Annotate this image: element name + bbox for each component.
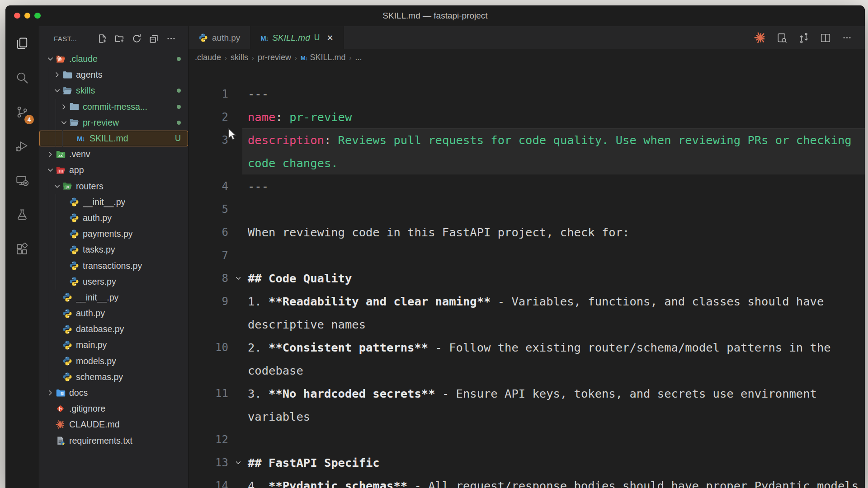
compare-changes-button[interactable] bbox=[797, 32, 810, 44]
tab-close-icon[interactable]: ✕ bbox=[326, 33, 333, 43]
indent-guide bbox=[46, 353, 52, 369]
refresh-button[interactable] bbox=[131, 33, 142, 44]
breadcrumb-item-skill-md[interactable]: M↓SKILL.md bbox=[301, 53, 345, 62]
breadcrumb-label: pr-review bbox=[258, 53, 291, 62]
explorer-actions bbox=[97, 33, 176, 44]
code-line-wrap[interactable]: codebase bbox=[189, 359, 865, 382]
tree-item--init-py[interactable]: __init__.py bbox=[39, 290, 188, 305]
indent-guide bbox=[46, 337, 52, 353]
chevron-down-icon[interactable] bbox=[46, 55, 55, 63]
tree-item-label: SKILL.md bbox=[90, 133, 128, 144]
code-line-wrap[interactable]: variables bbox=[189, 405, 865, 428]
tree-item-tasks-py[interactable]: tasks.py bbox=[39, 242, 188, 258]
line-number: 11 bbox=[189, 387, 228, 400]
code-line-6[interactable]: 6When reviewing code in this FastAPI pro… bbox=[189, 221, 865, 244]
tree-item-database-py[interactable]: database.py bbox=[39, 321, 188, 337]
code-line-3[interactable]: 3description: Reviews pull requests for … bbox=[189, 128, 865, 151]
claude-extension-button[interactable] bbox=[754, 32, 766, 44]
activity-item-extensions[interactable] bbox=[5, 232, 39, 267]
chevron-right-icon[interactable] bbox=[46, 389, 55, 397]
open-preview-side-button[interactable] bbox=[776, 32, 788, 44]
python-icon bbox=[69, 197, 79, 207]
code-line-7[interactable]: 7 bbox=[189, 244, 865, 267]
tree-item-main-py[interactable]: main.py bbox=[39, 337, 188, 353]
tree-item-pr-review[interactable]: pr-review bbox=[39, 115, 188, 131]
tree-item-label: payments.py bbox=[83, 229, 133, 239]
code-text: description: Reviews pull requests for c… bbox=[248, 133, 852, 147]
tab-skill-md[interactable]: M↓SKILL.mdU✕ bbox=[250, 26, 344, 49]
breadcrumb-item-pr-review[interactable]: pr-review bbox=[258, 53, 291, 62]
tree-item-schemas-py[interactable]: schemas.py bbox=[39, 369, 188, 385]
code-line-2[interactable]: 2name: pr-review bbox=[189, 105, 865, 128]
chevron-down-icon[interactable] bbox=[52, 183, 62, 190]
tree-item-auth-py[interactable]: auth.py bbox=[39, 305, 188, 321]
chevron-right-icon[interactable] bbox=[59, 103, 69, 111]
chevron-down-icon[interactable] bbox=[46, 166, 55, 174]
more-button[interactable] bbox=[165, 33, 176, 44]
code-area[interactable]: 1---2name: pr-review3description: Review… bbox=[189, 66, 865, 488]
code-line-8[interactable]: 8## Code Quality bbox=[189, 267, 865, 290]
new-file-button[interactable] bbox=[97, 33, 108, 44]
breadcrumb-item-skills[interactable]: skills bbox=[231, 53, 248, 62]
code-text: --- bbox=[248, 87, 269, 101]
tree-item-app[interactable]: app bbox=[39, 162, 188, 178]
tab-auth-py[interactable]: auth.py bbox=[189, 26, 250, 49]
code-line-13[interactable]: 13## FastAPI Specific bbox=[189, 451, 865, 474]
code-line-wrap[interactable]: descriptive names bbox=[189, 313, 865, 336]
activity-item-testing[interactable] bbox=[5, 198, 39, 232]
tree-item-users-py[interactable]: users.py bbox=[39, 274, 188, 290]
tree-item--gitignore[interactable]: .gitignore bbox=[39, 401, 188, 417]
tree-item-skill-md[interactable]: M↓SKILL.mdU bbox=[39, 131, 188, 146]
activity-item-remote-explorer[interactable] bbox=[5, 164, 39, 198]
tree-item-label: docs bbox=[69, 388, 88, 398]
tree-item--venv[interactable]: .venv bbox=[39, 146, 188, 162]
indent-guide bbox=[52, 226, 59, 242]
tree-item-skills[interactable]: skills bbox=[39, 83, 188, 99]
tree-item-claude-md[interactable]: CLAUDE.md bbox=[39, 417, 188, 432]
fold-chevron-icon[interactable] bbox=[228, 275, 248, 282]
activity-item-run-debug[interactable] bbox=[5, 129, 39, 164]
code-line-1[interactable]: 1--- bbox=[189, 82, 865, 105]
tree-item-models-py[interactable]: models.py bbox=[39, 353, 188, 369]
tree-item-docs[interactable]: docs bbox=[39, 385, 188, 401]
tree-item-label: models.py bbox=[76, 356, 116, 366]
tree-item-transactions-py[interactable]: transactions.py bbox=[39, 258, 188, 273]
activity-item-search[interactable] bbox=[5, 61, 39, 95]
chevron-down-icon[interactable] bbox=[59, 119, 69, 127]
tree-item-routers[interactable]: routers bbox=[39, 178, 188, 194]
tree-item-requirements-txt[interactable]: requirements.txt bbox=[39, 433, 188, 449]
code-line-5[interactable]: 5 bbox=[189, 197, 865, 221]
tree-item--init-py[interactable]: __init__.py bbox=[39, 194, 188, 210]
tree-item-agents[interactable]: agents bbox=[39, 67, 188, 83]
chevron-right-icon[interactable] bbox=[52, 71, 62, 79]
code-line-9[interactable]: 91. **Readability and clear naming** - V… bbox=[189, 290, 865, 313]
activity-item-source-control[interactable]: 4 bbox=[5, 95, 39, 129]
explorer-title[interactable]: FAST... bbox=[54, 35, 77, 42]
code-line-14[interactable]: 144. **Pydantic schemas** - All request/… bbox=[189, 474, 865, 488]
indent-guide bbox=[46, 258, 52, 273]
tree-item--claude[interactable]: .claude bbox=[39, 51, 188, 67]
new-folder-button[interactable] bbox=[114, 33, 125, 44]
code-line-wrap[interactable]: code changes. bbox=[189, 151, 865, 174]
title-bar[interactable]: SKILL.md — fastapi-project bbox=[5, 5, 865, 26]
tree-item-label: users.py bbox=[83, 277, 116, 287]
chevron-right-icon[interactable] bbox=[46, 150, 55, 158]
code-line-10[interactable]: 102. **Consistent patterns** - Follow th… bbox=[189, 336, 865, 359]
collapse-folders-button[interactable] bbox=[148, 33, 159, 44]
more-actions-button[interactable] bbox=[841, 32, 853, 44]
indent-guide bbox=[46, 115, 52, 131]
breadcrumb-item--claude[interactable]: .claude bbox=[195, 53, 221, 62]
chevron-down-icon[interactable] bbox=[52, 87, 62, 94]
code-line-4[interactable]: 4--- bbox=[189, 174, 865, 197]
tree-item-payments-py[interactable]: payments.py bbox=[39, 226, 188, 242]
fold-chevron-icon[interactable] bbox=[228, 459, 248, 466]
code-line-11[interactable]: 113. **No hardcoded secrets** - Ensure A… bbox=[189, 382, 865, 405]
split-editor-button[interactable] bbox=[819, 32, 831, 44]
git-modified-dot bbox=[177, 57, 181, 61]
code-line-12[interactable]: 12 bbox=[189, 428, 865, 451]
tab-dirty-badge: U bbox=[314, 33, 320, 42]
activity-item-explorer[interactable] bbox=[5, 26, 39, 61]
tree-item-auth-py[interactable]: auth.py bbox=[39, 210, 188, 226]
breadcrumb-item--[interactable]: ... bbox=[355, 53, 362, 62]
tree-item-commit-messa-[interactable]: commit-messa... bbox=[39, 99, 188, 115]
